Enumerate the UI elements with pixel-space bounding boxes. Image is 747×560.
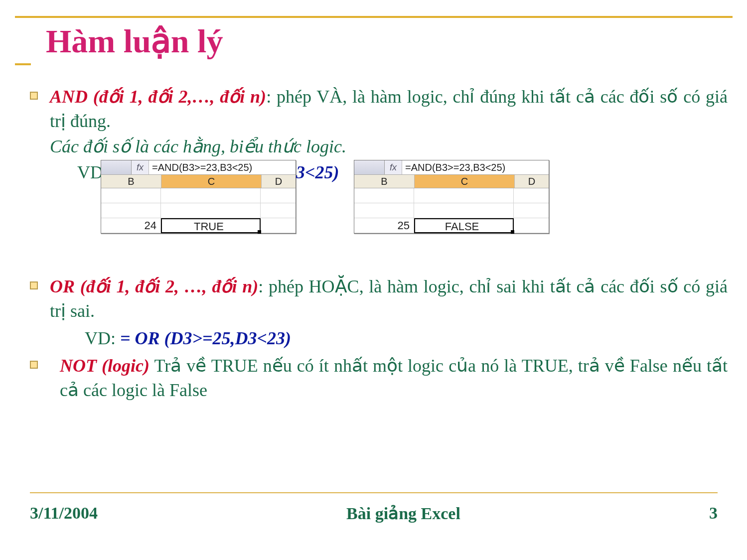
- col-c-header: C: [415, 175, 515, 188]
- col-d-header: D: [262, 175, 296, 188]
- col-b-header: B: [354, 175, 415, 188]
- bullet-icon: [30, 275, 50, 289]
- slide-body: AND (đối 1, đối 2,…, đối n): phép VÀ, là…: [30, 85, 728, 405]
- col-b-header: B: [101, 175, 161, 188]
- vd-or-label: VD:: [85, 328, 120, 348]
- cell-b3: 24: [101, 218, 161, 233]
- not-text: NOT (logic) Trả về TRUE nếu có ít nhất m…: [50, 354, 728, 402]
- grid-row-2: [354, 203, 549, 218]
- vd-or-line: VD: = OR (D3>=25,D3<23): [85, 328, 728, 349]
- title-rule-top: [15, 16, 733, 18]
- grid-row-1: [354, 188, 549, 203]
- footer-rule: [30, 492, 718, 493]
- bullet-icon: [30, 354, 50, 369]
- footer-date: 3/11/2004: [30, 504, 98, 523]
- or-func: OR (đối 1, đối 2, …, đối n): [50, 277, 258, 296]
- col-d-header: D: [515, 175, 549, 188]
- footer: 3/11/2004 Bài giảng Excel 3: [30, 503, 718, 523]
- not-func: NOT (logic): [60, 356, 149, 376]
- name-box: [101, 160, 132, 174]
- grid-row-3: 25 FALSE: [354, 218, 549, 233]
- grid-row-3: 24 TRUE: [101, 218, 296, 233]
- title-rule-bottom: [15, 63, 733, 65]
- cell-c3-active: FALSE: [414, 218, 514, 233]
- cell-c3-active: TRUE: [161, 218, 261, 233]
- vd-label: VD: [77, 162, 103, 182]
- excel-snippet-true: fx =AND(B3>=23,B3<25) B C D 24 TRUE: [101, 160, 296, 234]
- vd-and-overlay: VD: [77, 162, 103, 183]
- column-headers: B C D: [354, 175, 549, 188]
- bullet-and: AND (đối 1, đối 2,…, đối n): phép VÀ, là…: [30, 85, 728, 133]
- excel-examples-row: VD fx =AND(B3>=23,B3<25) B C D: [30, 160, 728, 245]
- slide: Hàm luận lý AND (đối 1, đối 2,…, đối n):…: [0, 0, 747, 560]
- bullet-or: OR (đối 1, đối 2, …, đối n): phép HOẶC, …: [30, 275, 728, 323]
- formula-content: =AND(B3>=23,B3<25): [402, 160, 549, 174]
- title-block: Hàm luận lý: [15, 16, 733, 65]
- excel-snippet-false: fx =AND(B3>=23,B3<25) B C D 25 FALSE: [354, 160, 549, 234]
- formula-bar: fx =AND(B3>=23,B3<25): [101, 160, 296, 175]
- vd-or-formula: = OR (D3>=25,D3<23): [120, 328, 291, 348]
- and-text: AND (đối 1, đối 2,…, đối n): phép VÀ, là…: [50, 85, 728, 133]
- and-note: Các đối số là các hằng, biểu thức logic.: [50, 136, 728, 157]
- fx-icon: fx: [132, 160, 149, 174]
- name-box: [354, 160, 385, 174]
- and-func: AND (đối 1, đối 2,…, đối n): [50, 87, 266, 107]
- not-desc: Trả về TRUE nếu có ít nhất một logic của…: [60, 356, 728, 400]
- grid-row-1: [101, 188, 296, 203]
- col-c-header: C: [161, 175, 262, 188]
- bullet-icon: [30, 85, 50, 100]
- column-headers: B C D: [101, 175, 296, 188]
- or-text: OR (đối 1, đối 2, …, đối n): phép HOẶC, …: [50, 275, 728, 323]
- fx-icon: fx: [385, 160, 402, 174]
- formula-bar: fx =AND(B3>=23,B3<25): [354, 160, 549, 175]
- footer-page: 3: [709, 504, 718, 523]
- vd-formula-peek: 3<25): [296, 162, 339, 183]
- grid-row-2: [101, 203, 296, 218]
- bullet-not: NOT (logic) Trả về TRUE nếu có ít nhất m…: [30, 354, 728, 402]
- footer-title: Bài giảng Excel: [346, 503, 460, 523]
- cell-b3: 25: [354, 218, 414, 233]
- formula-content: =AND(B3>=23,B3<25): [149, 160, 296, 174]
- page-title: Hàm luận lý: [15, 19, 733, 63]
